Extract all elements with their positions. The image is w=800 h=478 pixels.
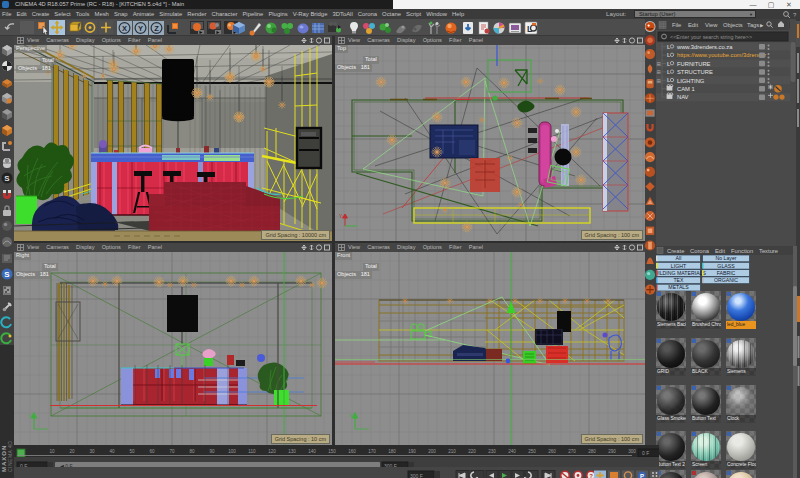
svg-text:40: 40 — [109, 449, 115, 454]
svg-text:Tags: Tags — [747, 22, 759, 28]
svg-text:170: 170 — [368, 449, 376, 454]
svg-text:S: S — [4, 270, 10, 279]
svg-text:240: 240 — [508, 449, 516, 454]
svg-text:300 F: 300 F — [410, 473, 423, 478]
svg-text:GLASS: GLASS — [717, 263, 735, 269]
svg-text:Function: Function — [731, 248, 753, 254]
svg-text:File: File — [672, 22, 681, 28]
svg-text:Corona: Corona — [690, 248, 710, 254]
svg-text:20: 20 — [69, 449, 75, 454]
svg-text:www.3drenders.co.za: www.3drenders.co.za — [676, 44, 733, 50]
svg-text:LIGHT: LIGHT — [671, 263, 687, 269]
svg-text:270: 270 — [568, 449, 576, 454]
svg-text:⊞: ⊞ — [657, 78, 661, 84]
svg-text:280: 280 — [588, 449, 596, 454]
svg-text:Objects: Objects — [723, 22, 743, 28]
svg-text:METALS: METALS — [668, 284, 689, 290]
svg-text:No Layer: No Layer — [715, 255, 736, 261]
svg-text:https://www.youtube.com/3drend: https://www.youtube.com/3drender — [677, 52, 766, 58]
svg-text:CAM 1: CAM 1 — [677, 86, 695, 92]
svg-text:TEX: TEX — [673, 277, 684, 283]
svg-text:290: 290 — [608, 449, 616, 454]
svg-text:100: 100 — [228, 449, 236, 454]
svg-text:⊞: ⊞ — [657, 61, 661, 67]
svg-text:FURNITURE: FURNITURE — [677, 61, 711, 67]
svg-text:110: 110 — [248, 449, 256, 454]
svg-text:LIGHTING: LIGHTING — [677, 78, 705, 84]
svg-text:50: 50 — [129, 449, 135, 454]
svg-text:<<Enter your search string her: <<Enter your search string here>> — [670, 34, 752, 40]
svg-text:0 F: 0 F — [642, 450, 649, 456]
svg-text:260: 260 — [548, 449, 556, 454]
svg-text:300: 300 — [628, 449, 636, 454]
svg-text:200: 200 — [428, 449, 436, 454]
svg-text:230: 230 — [488, 449, 496, 454]
svg-text:P: P — [640, 473, 644, 478]
svg-text:▶: ▶ — [760, 23, 764, 28]
svg-text:190: 190 — [408, 449, 416, 454]
svg-text:90: 90 — [209, 449, 215, 454]
svg-text:View: View — [705, 22, 718, 28]
svg-text:Create: Create — [667, 248, 684, 254]
svg-text:?: ? — [793, 12, 797, 18]
svg-text:NAV: NAV — [677, 94, 689, 100]
svg-text:10: 10 — [49, 449, 55, 454]
svg-text:X: X — [122, 24, 127, 33]
svg-text:Edit: Edit — [715, 248, 725, 254]
svg-text:80: 80 — [189, 449, 195, 454]
svg-text:ORGANIC: ORGANIC — [714, 277, 738, 283]
svg-text:⊞: ⊞ — [657, 69, 661, 75]
svg-text:250: 250 — [528, 449, 536, 454]
svg-text:180: 180 — [388, 449, 396, 454]
svg-text:Texture: Texture — [759, 248, 778, 254]
svg-text:S: S — [4, 174, 10, 183]
svg-text:220: 220 — [468, 449, 476, 454]
svg-text:60: 60 — [149, 449, 155, 454]
svg-text:FABRIC: FABRIC — [717, 270, 736, 276]
svg-text:Z: Z — [154, 24, 159, 33]
svg-text:210: 210 — [448, 449, 456, 454]
svg-text:STRUCTURE: STRUCTURE — [677, 69, 713, 75]
svg-text:130: 130 — [288, 449, 296, 454]
svg-text:BUILDING MATERIALS: BUILDING MATERIALS — [656, 270, 707, 276]
svg-text:30: 30 — [89, 449, 95, 454]
svg-text:160: 160 — [348, 449, 356, 454]
svg-text:140: 140 — [308, 449, 316, 454]
svg-text:Edit: Edit — [688, 22, 698, 28]
svg-text:?: ? — [589, 473, 593, 478]
svg-text:All: All — [676, 255, 682, 261]
svg-text:70: 70 — [169, 449, 175, 454]
svg-text:Y: Y — [138, 24, 143, 33]
svg-text:120: 120 — [268, 449, 276, 454]
svg-text:150: 150 — [328, 449, 336, 454]
